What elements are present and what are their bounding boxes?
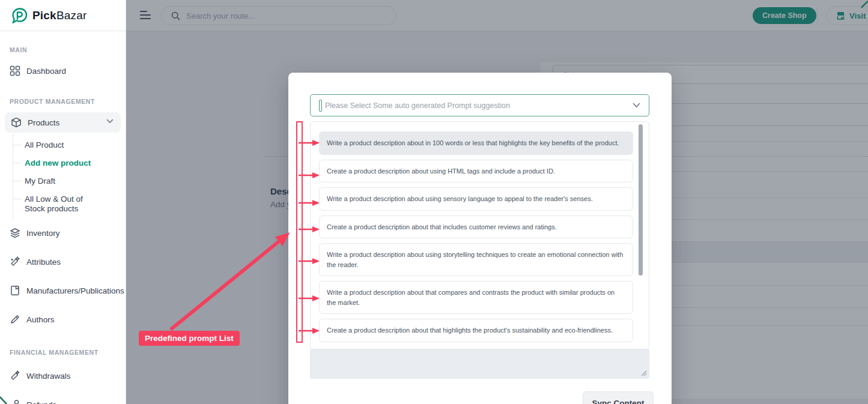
products-box-icon — [11, 117, 22, 128]
sidebar-item-label: Manufacturers/Publications — [26, 286, 124, 295]
sidebar-section-product-management: PRODUCT MANAGEMENT — [0, 98, 126, 105]
withdrawals-wand-icon — [10, 370, 20, 381]
annotation-label: Predefined prompt List — [139, 331, 240, 346]
generated-description-textarea[interactable] — [310, 349, 649, 379]
prompt-select-placeholder: Please Select Some auto generated Prompt… — [325, 101, 630, 110]
prompt-suggestion-modal: Please Select Some auto generated Prompt… — [288, 73, 672, 404]
sidebar-item-attributes[interactable]: Attributes — [0, 252, 126, 272]
attributes-wand-icon — [10, 256, 20, 267]
refunds-hand-icon — [10, 399, 20, 404]
text-caret — [319, 100, 322, 112]
sync-content-button[interactable]: Sync Content — [583, 391, 654, 404]
prompt-option-7[interactable]: Create a product description about that … — [319, 319, 633, 342]
inventory-layers-icon — [10, 228, 20, 238]
prompt-option-5[interactable]: Write a product description about using … — [319, 243, 633, 276]
sidebar-item-label: Authors — [26, 315, 55, 324]
prompt-option-1[interactable]: Write a product description about in 100… — [319, 131, 633, 155]
sidebar-subitem-add-new-product[interactable]: Add new product — [13, 154, 126, 172]
sidebar-item-manufacturers[interactable]: Manufacturers/Publications — [0, 280, 126, 301]
sidebar-item-authors[interactable]: Authors — [0, 309, 126, 330]
sidebar-item-label: Inventory — [26, 229, 60, 238]
sidebar-subitem-low-out-of-stock[interactable]: All Low & Out of Stock products — [13, 190, 109, 218]
brand-logo[interactable]: PickBazar — [0, 0, 126, 31]
sidebar-subitem-my-draft[interactable]: My Draft — [13, 172, 126, 190]
sidebar-item-inventory[interactable]: Inventory — [0, 223, 126, 243]
sidebar-item-refunds[interactable]: Refunds — [0, 394, 126, 404]
dropdown-chevron-icon[interactable] — [633, 103, 640, 108]
sidebar-subitem-all-product[interactable]: All Product — [13, 136, 126, 154]
sidebar-item-products[interactable]: Products — [5, 112, 121, 133]
sidebar: MAIN Dashboard PRODUCT MANAGEMENT Produc… — [0, 31, 126, 404]
prompt-option-6[interactable]: Write a product description about that c… — [319, 281, 633, 314]
sidebar-item-label: Refunds — [26, 400, 56, 404]
chevron-down-icon — [106, 119, 114, 124]
sidebar-item-label: Withdrawals — [26, 372, 71, 381]
sidebar-item-dashboard[interactable]: Dashboard — [0, 61, 126, 81]
sidebar-section-financial-management: FINANCIAL MANAGEMENT — [0, 349, 126, 356]
dashboard-grid-icon — [10, 65, 20, 76]
list-scrollbar-thumb[interactable] — [639, 124, 643, 276]
sidebar-item-label: Dashboard — [26, 67, 66, 76]
products-submenu: All Product Add new product My Draft All… — [13, 135, 126, 219]
prompt-select-input[interactable]: Please Select Some auto generated Prompt… — [310, 94, 649, 116]
prompt-option-3[interactable]: Write a product description about using … — [319, 187, 633, 211]
sidebar-section-main: MAIN — [0, 46, 126, 53]
sidebar-item-withdrawals[interactable]: Withdrawals — [0, 366, 126, 386]
manufacturers-book-icon — [10, 285, 20, 296]
authors-pen-icon — [10, 314, 20, 325]
resize-handle-icon[interactable] — [641, 370, 647, 376]
sidebar-item-label: Products — [28, 118, 59, 127]
sidebar-item-label: Attributes — [26, 258, 61, 267]
pickbazar-logo-icon — [12, 8, 28, 23]
prompt-option-2[interactable]: Create a product description about using… — [319, 160, 633, 183]
prompt-suggestion-list: Write a product description about in 100… — [310, 121, 649, 350]
prompt-option-4[interactable]: Create a product description about that … — [319, 216, 633, 239]
brand-name: PickBazar — [32, 9, 87, 22]
